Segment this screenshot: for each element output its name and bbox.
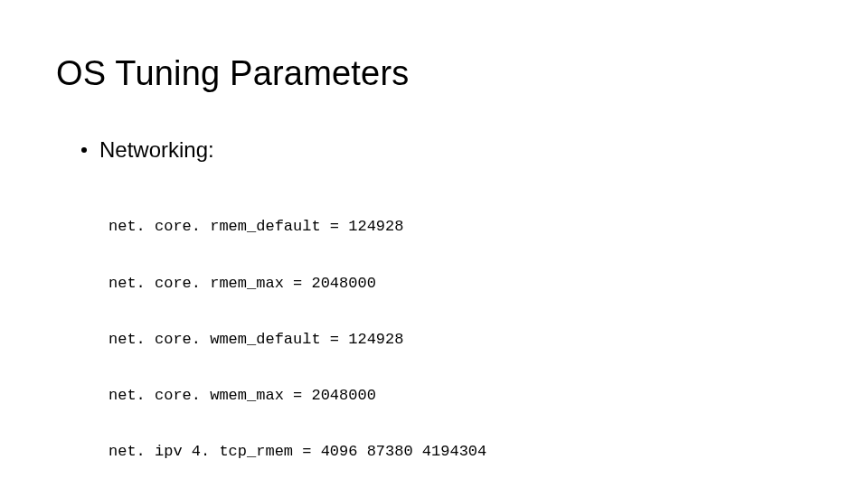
- slide: OS Tuning Parameters Networking: net. co…: [0, 0, 868, 488]
- param-line: net. core. wmem_default = 124928: [108, 331, 486, 350]
- bullet-icon: [81, 147, 87, 153]
- slide-title: OS Tuning Parameters: [56, 54, 410, 93]
- param-line: net. core. rmem_default = 124928: [108, 218, 486, 237]
- param-line: net. core. rmem_max = 2048000: [108, 275, 486, 294]
- code-block: net. core. rmem_default = 124928 net. co…: [108, 181, 486, 488]
- bullet-item-networking: Networking:: [81, 137, 214, 163]
- param-line: net. ipv 4. tcp_rmem = 4096 87380 419430…: [108, 443, 486, 462]
- param-line: net. core. wmem_max = 2048000: [108, 387, 486, 406]
- bullet-label: Networking:: [99, 137, 214, 163]
